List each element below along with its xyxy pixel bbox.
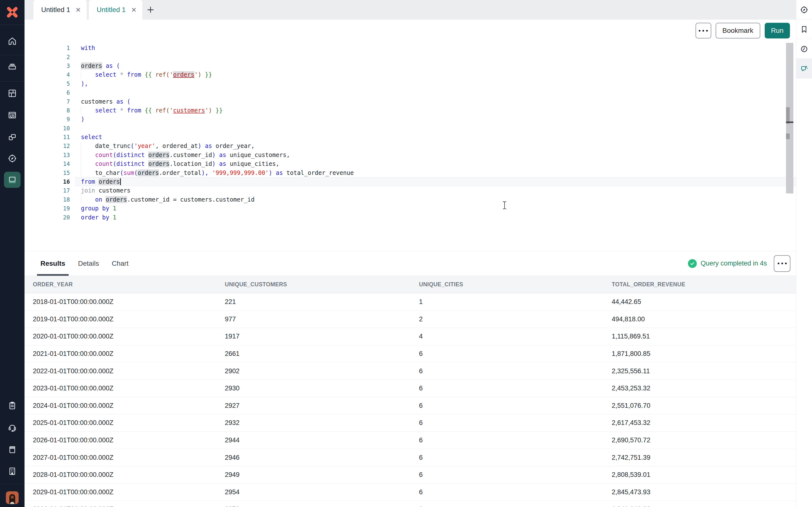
table-row[interactable]: 2024-01-01T00:00:00.000Z292762,551,076.7… — [24, 397, 796, 415]
code-line-17: 17join customers — [24, 186, 796, 195]
new-tab-button[interactable] — [143, 0, 158, 19]
terminal-icon[interactable] — [4, 172, 20, 188]
column-header: UNIQUE_CITIES — [419, 281, 612, 288]
close-icon[interactable] — [75, 7, 82, 13]
bookmark-button[interactable]: Bookmark — [716, 23, 760, 39]
table-row[interactable]: 2030-01-01T00:00:00.000Z287961,841,049.3… — [24, 501, 796, 507]
table-row[interactable]: 2027-01-01T00:00:00.000Z294662,742,751.3… — [24, 449, 796, 466]
line-number: 4 — [24, 70, 70, 79]
run-button[interactable]: Run — [765, 23, 790, 39]
column-header: TOTAL_ORDER_REVENUE — [612, 281, 796, 288]
code-token: ( — [131, 143, 134, 150]
code-token — [202, 143, 205, 150]
table-cell: 2020-01-01T00:00:00.000Z — [33, 333, 225, 340]
table-header-row: ORDER_YEARUNIQUE_CUSTOMERSUNIQUE_CITIEST… — [24, 276, 796, 293]
tab-untitled-2[interactable]: Untitled 1 — [89, 0, 143, 19]
table-row[interactable]: 2029-01-01T00:00:00.000Z295462,845,473.9… — [24, 484, 796, 501]
results-tab-bar: Results Details Chart Query completed in… — [24, 251, 796, 276]
table-row[interactable]: 2022-01-01T00:00:00.000Z290262,325,556.1… — [24, 362, 796, 380]
app-root: { "tabs": {"items": [{"label": "Untitled… — [0, 0, 812, 507]
ai-chat-icon[interactable] — [796, 59, 812, 78]
code-token: 1 — [113, 214, 116, 221]
table-row[interactable]: 2023-01-01T00:00:00.000Z293062,453,253.3… — [24, 380, 796, 397]
table-row[interactable]: 2025-01-01T00:00:00.000Z293262,617,453.3… — [24, 414, 796, 432]
table-cell: 2902 — [225, 368, 419, 375]
code-window-icon[interactable] — [5, 108, 19, 122]
table-cell: 1,841,049.32 — [612, 506, 796, 507]
tab-untitled-1[interactable]: Untitled 1 — [33, 0, 87, 19]
archive-icon[interactable] — [5, 60, 19, 73]
code-token: .customer_id = customers.customer_id — [127, 196, 254, 203]
table-row[interactable]: 2020-01-01T00:00:00.000Z191741,115,869.5… — [24, 328, 796, 345]
code-token: select — [95, 107, 116, 114]
line-number: 2 — [24, 52, 70, 61]
table-row[interactable]: 2018-01-01T00:00:00.000Z221144,442.65 — [24, 293, 796, 311]
code-token: from — [81, 178, 95, 185]
table-row[interactable]: 2019-01-01T00:00:00.000Z9772494,818.00 — [24, 311, 796, 328]
table-row[interactable]: 2026-01-01T00:00:00.000Z294462,690,570.7… — [24, 432, 796, 449]
code-line-content: count(distinct orders.location_id) as un… — [75, 160, 796, 168]
code-token: ( — [134, 169, 138, 176]
code-line-content: orders as ( — [75, 61, 796, 70]
indent-guide — [81, 151, 95, 159]
code-token: .order_total — [159, 169, 201, 176]
column-header: UNIQUE_CUSTOMERS — [225, 281, 419, 288]
code-token: as — [276, 169, 283, 176]
bookmark-icon[interactable] — [796, 19, 812, 39]
user-avatar[interactable] — [6, 491, 19, 504]
compass-icon[interactable] — [5, 152, 19, 165]
code-token: ) — [81, 116, 84, 123]
close-icon[interactable] — [131, 7, 137, 13]
windows-icon[interactable] — [5, 130, 19, 144]
indent-guide — [81, 160, 95, 168]
history-icon[interactable] — [796, 39, 812, 59]
code-token: customers — [173, 107, 205, 114]
tab-details[interactable]: Details — [78, 251, 99, 276]
cell-toolbar: Bookmark Run — [24, 19, 796, 42]
tab-chart[interactable]: Chart — [112, 251, 129, 276]
line-number: 12 — [24, 142, 70, 150]
compass-icon[interactable] — [796, 0, 812, 19]
code-line-5: 5), — [24, 79, 796, 88]
clipboard-icon[interactable] — [5, 399, 19, 412]
query-status: Query completed in 4s — [688, 255, 791, 272]
code-token: to_char — [95, 169, 120, 176]
code-line-content: date_trunc('year', ordered_at) as order_… — [75, 142, 796, 150]
code-line-content: count(distinct orders.customer_id) as un… — [75, 151, 796, 160]
code-token: ), — [81, 80, 88, 87]
ellipsis-icon — [698, 30, 709, 32]
hex-logo[interactable] — [4, 4, 20, 20]
tab-bar: Untitled 1 Untitled 1 — [24, 0, 796, 19]
table-cell: 2927 — [225, 402, 419, 409]
code-token — [141, 107, 145, 114]
table-row[interactable]: 2021-01-01T00:00:00.000Z266161,871,800.8… — [24, 345, 796, 363]
results-more-button[interactable] — [774, 255, 791, 272]
headset-icon[interactable] — [5, 420, 19, 434]
table-cell: 2025-01-01T00:00:00.000Z — [33, 419, 225, 427]
table-cell: 2,690,570.72 — [612, 437, 796, 444]
book-icon[interactable] — [5, 443, 19, 456]
column-header: ORDER_YEAR — [33, 281, 225, 288]
code-token: distinct — [116, 160, 145, 167]
table-cell: 6 — [419, 419, 612, 427]
divider — [0, 484, 24, 484]
table-cell: 1,115,869.51 — [612, 333, 796, 340]
line-number: 20 — [24, 213, 70, 222]
more-options-button[interactable] — [696, 23, 711, 39]
code-token: {{ — [145, 107, 152, 114]
table-cell: 2,845,473.93 — [612, 488, 796, 496]
code-line-content: select — [75, 133, 796, 142]
dashboard-grid-icon[interactable] — [5, 87, 19, 100]
code-token: customers — [81, 98, 113, 105]
sql-editor[interactable]: 1with23orders as (4select * from {{ ref(… — [24, 42, 796, 251]
tab-results[interactable]: Results — [41, 251, 65, 276]
code-token: date_trunc — [95, 143, 131, 150]
home-icon[interactable] — [5, 34, 19, 48]
table-row[interactable]: 2028-01-01T00:00:00.000Z294962,808,539.0… — [24, 466, 796, 484]
code-token — [212, 107, 215, 114]
line-number: 10 — [24, 124, 70, 133]
code-line-content — [75, 88, 796, 97]
building-icon[interactable] — [5, 464, 19, 478]
table-cell: 1917 — [225, 333, 419, 340]
editor-scrollbar[interactable] — [786, 43, 793, 193]
